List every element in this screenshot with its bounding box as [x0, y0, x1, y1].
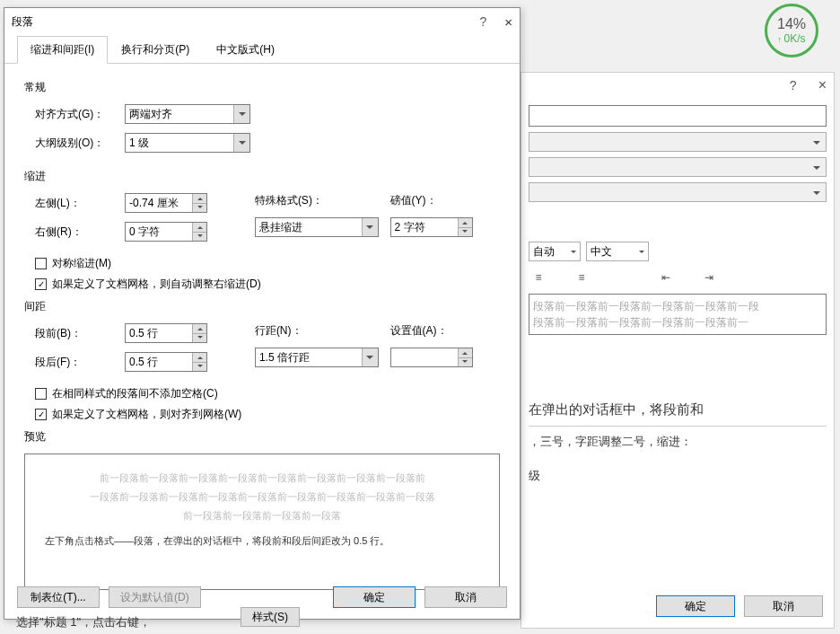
spinner-up-icon[interactable] — [193, 324, 206, 334]
alignment-dropdown-icon[interactable] — [233, 105, 249, 123]
tab-strip: 缩进和间距(I) 换行和分页(P) 中文版式(H) — [4, 35, 520, 64]
close-button[interactable]: × — [504, 14, 512, 30]
bg-desc-1: 在弹出的对话框中，将段前和 — [529, 401, 827, 418]
spinner-down-icon[interactable] — [193, 363, 206, 372]
spinner-up-icon[interactable] — [193, 223, 206, 233]
decrease-indent-icon[interactable]: ⇤ — [656, 269, 676, 286]
section-preview: 预览 — [24, 429, 500, 445]
snap-grid-label: 如果定义了文档网格，则对齐到网格(W) — [52, 407, 241, 422]
bg-combo-3[interactable] — [529, 182, 827, 202]
before-label: 段前(B)： — [35, 326, 125, 341]
performance-widget: 14% ↑ 0K/s — [765, 4, 829, 57]
no-space-label: 在相同样式的段落间不添加空格(C) — [52, 386, 218, 401]
section-general: 常规 — [24, 80, 500, 95]
bg-close-button[interactable]: × — [818, 77, 827, 93]
bg-preview-line2: 段落前一段落前一段落前一段落前一段落前一 — [533, 314, 822, 330]
styles-button[interactable]: 样式(S) — [241, 607, 300, 627]
spinner-up-icon[interactable] — [459, 348, 472, 358]
bg-help-button[interactable]: ? — [790, 78, 797, 92]
bg-color-value: 自动 — [533, 244, 555, 260]
indent-left-spinner[interactable]: -0.74 厘米 — [125, 193, 207, 213]
before-value: 0.5 行 — [129, 326, 158, 341]
special-dropdown-icon[interactable] — [362, 218, 378, 236]
special-label: 特殊格式(S)： — [255, 193, 323, 208]
no-space-checkbox[interactable] — [35, 388, 47, 400]
after-spinner[interactable]: 0.5 行 — [125, 352, 207, 372]
alignment-combo[interactable]: 两端对齐 — [125, 104, 250, 124]
dialog-footer: 制表位(T)... 设为默认值(D) 确定 取消 — [17, 586, 507, 608]
preview-box: 前一段落前一段落前一段落前一段落前一段落前一段落前一段落前一段落前 一段落前一段… — [24, 453, 500, 590]
tabs-button[interactable]: 制表位(T)... — [17, 586, 100, 608]
line-spacing-value: 1.5 倍行距 — [259, 350, 310, 365]
outline-dropdown-icon[interactable] — [233, 134, 249, 152]
indent-left-icon[interactable]: ≡ — [529, 269, 548, 286]
bg-combo-1[interactable] — [529, 132, 827, 152]
indent-right-label: 右侧(R)： — [35, 225, 125, 240]
at-label: 设置值(A)： — [390, 323, 448, 339]
section-indent: 缩进 — [24, 169, 500, 184]
by-value: 2 字符 — [395, 220, 425, 235]
performance-speed-value: 0K/s — [784, 32, 806, 45]
bg-cancel-button[interactable]: 取消 — [744, 595, 823, 617]
dialog-title: 段落 — [12, 14, 479, 30]
performance-circle: 14% ↑ 0K/s — [765, 4, 818, 57]
spinner-down-icon[interactable] — [459, 228, 472, 237]
bg-lang-combo[interactable]: 中文 — [586, 242, 649, 261]
bg-preview-line1: 段落前一段落前一段落前一段落前一段落前一段 — [533, 298, 822, 314]
preview-sample-text: 左下角点击格式——段落，在弹出的对话框中，将段前和段后间距改为 0.5 行。 — [45, 534, 479, 548]
section-spacing: 间距 — [24, 299, 500, 314]
help-button[interactable]: ? — [479, 14, 486, 29]
snap-grid-checkbox[interactable]: ✓ — [35, 409, 47, 420]
under-text: 选择"标题 1"，点击右键， — [16, 614, 151, 630]
outline-value: 1 级 — [129, 136, 149, 151]
spinner-down-icon[interactable] — [193, 204, 206, 213]
indent-left-value: -0.74 厘米 — [129, 196, 179, 211]
paragraph-dialog: 段落 ? × 缩进和间距(I) 换行和分页(P) 中文版式(H) 常规 对齐方式… — [4, 7, 521, 620]
bg-lang-value: 中文 — [591, 244, 612, 260]
bg-text-input[interactable] — [529, 105, 827, 127]
cancel-button[interactable]: 取消 — [424, 586, 507, 608]
spinner-down-icon[interactable] — [193, 233, 206, 242]
preview-gray-3: 前一段落前一段落前一段落前一段落 — [45, 506, 479, 525]
special-value: 悬挂缩进 — [259, 220, 302, 235]
performance-speed: ↑ 0K/s — [777, 32, 805, 45]
set-default-button[interactable]: 设为默认值(D) — [109, 586, 201, 608]
bg-titlebar: ? × — [521, 73, 834, 98]
alignment-label: 对齐方式(G)： — [35, 107, 125, 122]
bg-ok-button[interactable]: 确定 — [656, 595, 735, 617]
before-spinner[interactable]: 0.5 行 — [125, 323, 207, 343]
ok-button[interactable]: 确定 — [333, 586, 416, 608]
indent-left-label: 左侧(L)： — [35, 196, 125, 211]
tab-asian-typography[interactable]: 中文版式(H) — [203, 36, 288, 64]
spinner-up-icon[interactable] — [459, 218, 472, 228]
auto-adjust-label: 如果定义了文档网格，则自动调整右缩进(D) — [52, 277, 261, 292]
mirror-indent-checkbox[interactable] — [35, 258, 47, 269]
background-dialog: ? × 自动 中文 ≡ ≡ ⇤ ⇥ 段落前一段落前一段落前一段落前一段落前一段 … — [521, 72, 835, 629]
line-spacing-dropdown-icon[interactable] — [362, 348, 378, 366]
mirror-indent-label: 对称缩进(M) — [52, 256, 111, 271]
spinner-up-icon[interactable] — [193, 353, 206, 363]
indent-right-spinner[interactable]: 0 字符 — [125, 222, 207, 242]
outline-combo[interactable]: 1 级 — [125, 133, 250, 153]
tab-line-page-breaks[interactable]: 换行和分页(P) — [108, 36, 203, 64]
bg-desc-3: 级 — [529, 468, 827, 484]
line-spacing-label: 行距(N)： — [255, 323, 302, 339]
spinner-down-icon[interactable] — [193, 334, 206, 343]
special-combo[interactable]: 悬挂缩进 — [255, 217, 379, 237]
alignment-value: 两端对齐 — [129, 107, 172, 122]
indent-right-value: 0 字符 — [129, 225, 160, 240]
bg-combo-2[interactable] — [529, 157, 827, 177]
outline-label: 大纲级别(O)： — [35, 136, 125, 151]
auto-adjust-checkbox[interactable]: ✓ — [35, 278, 47, 290]
preview-gray-2: 一段落前一段落前一段落前一段落前一段落前一段落前一段落前一段落前一段落 — [45, 488, 479, 506]
indent-right-icon[interactable]: ≡ — [572, 269, 591, 286]
spinner-down-icon[interactable] — [459, 358, 472, 367]
increase-indent-icon[interactable]: ⇥ — [699, 269, 719, 286]
line-spacing-combo[interactable]: 1.5 倍行距 — [255, 348, 379, 367]
at-spinner[interactable] — [390, 348, 473, 367]
titlebar: 段落 ? × — [4, 8, 520, 35]
spinner-up-icon[interactable] — [193, 194, 206, 204]
bg-color-combo[interactable]: 自动 — [529, 242, 581, 261]
by-spinner[interactable]: 2 字符 — [390, 217, 473, 237]
tab-indent-spacing[interactable]: 缩进和间距(I) — [17, 36, 108, 64]
